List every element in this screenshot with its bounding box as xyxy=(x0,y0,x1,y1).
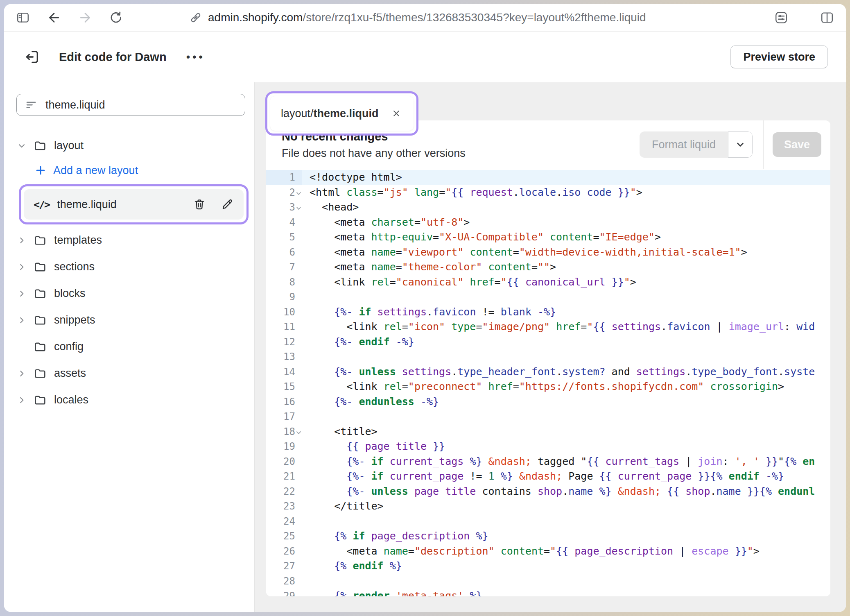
folder-icon xyxy=(34,139,52,152)
forward-icon[interactable] xyxy=(78,10,93,25)
code-line[interactable]: 9 xyxy=(266,290,830,305)
code-line[interactable]: 1 <!doctype html> xyxy=(266,170,830,185)
fold-chevron-icon[interactable] xyxy=(296,190,302,197)
code-line[interactable]: 3 <head> xyxy=(266,200,830,215)
pencil-icon[interactable] xyxy=(221,198,234,211)
folder-label: layout xyxy=(54,139,84,152)
reload-icon[interactable] xyxy=(109,10,124,25)
code-line[interactable]: 29 {% render 'meta-tags' %} xyxy=(266,589,830,596)
save-button[interactable]: Save xyxy=(773,132,821,157)
more-menu-button[interactable]: ••• xyxy=(186,51,205,63)
line-number: 22 xyxy=(283,486,295,497)
tree-folder-config[interactable]: config xyxy=(16,333,249,360)
add-new-layout-link[interactable]: Add a new layout xyxy=(16,159,249,182)
code-line-text: {{ page_title }} xyxy=(302,439,830,454)
line-number: 16 xyxy=(283,396,295,408)
line-number-gutter: 19 xyxy=(266,439,302,454)
code-line[interactable]: 11 <link rel="icon" type="image/png" hre… xyxy=(266,319,830,335)
line-number-gutter: 26 xyxy=(266,544,302,559)
line-number: 28 xyxy=(283,575,295,587)
code-editor[interactable]: 1 <!doctype html> 2 <html class="js" lan… xyxy=(266,169,830,596)
line-number-gutter: 4 xyxy=(266,215,302,230)
code-line[interactable]: 27 {% endif %} xyxy=(266,559,830,574)
line-number: 4 xyxy=(289,217,295,228)
code-line[interactable]: 26 <meta name="description" content="{{ … xyxy=(266,544,830,559)
code-line[interactable]: 17 xyxy=(266,409,830,424)
tab-layout-theme-liquid[interactable]: layout/theme.liquid xyxy=(270,96,414,131)
fold-chevron-icon[interactable] xyxy=(296,205,302,211)
line-number-gutter: 14 xyxy=(266,365,302,380)
fold-chevron-icon[interactable] xyxy=(296,430,302,436)
line-number-gutter: 24 xyxy=(266,514,302,529)
tree-folder-sections[interactable]: sections xyxy=(16,254,249,280)
format-options-button[interactable] xyxy=(728,131,753,158)
tree-folder-locales[interactable]: locales xyxy=(16,387,249,413)
code-line[interactable]: 6 <meta name="viewport" content="width=d… xyxy=(266,245,830,260)
folder-label: assets xyxy=(54,367,86,380)
line-number-gutter: 18 xyxy=(266,424,302,439)
active-tab-highlight-ring: layout/theme.liquid xyxy=(265,91,418,136)
code-line[interactable]: 22 {%- unless page_title contains shop.n… xyxy=(266,484,830,499)
code-line[interactable]: 10 {%- if settings.favicon != blank -%} xyxy=(266,305,830,320)
code-line-text: <link rel="icon" type="image/png" href="… xyxy=(302,319,830,335)
code-file-icon: </> xyxy=(34,199,50,211)
tree-folder-snippets[interactable]: snippets xyxy=(16,307,249,333)
code-line[interactable]: 16 {%- endunless -%} xyxy=(266,394,830,410)
code-line-text: {%- unless page_title contains shop.name… xyxy=(302,484,830,499)
format-liquid-button[interactable]: Format liquid xyxy=(640,131,728,158)
tree-folder-layout[interactable]: layout xyxy=(16,132,249,159)
line-number-gutter: 11 xyxy=(266,319,302,335)
code-line-text: {%- if current_page != 1 %} &ndash; Page… xyxy=(302,469,830,484)
code-line[interactable]: 12 {%- endif -%} xyxy=(266,335,830,350)
code-line[interactable]: 23 </title> xyxy=(266,499,830,514)
code-line[interactable]: 28 xyxy=(266,574,830,589)
code-line-text: <meta name="viewport" content="width=dev… xyxy=(302,245,830,260)
back-icon[interactable] xyxy=(47,10,61,25)
split-view-icon[interactable] xyxy=(820,10,834,25)
line-number: 19 xyxy=(283,441,295,452)
code-line[interactable]: 4 <meta charset="utf-8"> xyxy=(266,215,830,230)
line-number-gutter: 5 xyxy=(266,230,302,245)
line-number: 7 xyxy=(289,261,295,273)
tree-folder-blocks[interactable]: blocks xyxy=(16,280,249,307)
code-line[interactable]: 15 <link rel="preconnect" href="https://… xyxy=(266,379,830,394)
close-icon[interactable] xyxy=(391,108,402,119)
code-line[interactable]: 5 <meta http-equiv="X-UA-Compatible" con… xyxy=(266,230,830,245)
file-sidebar: layout Add a new layout </> theme.liquid xyxy=(4,82,255,612)
folder-icon xyxy=(34,234,52,247)
chevron-right-icon xyxy=(16,315,27,326)
tree-folder-templates[interactable]: templates xyxy=(16,227,249,254)
folder-icon xyxy=(34,260,52,274)
code-line[interactable]: 8 <link rel="canonical" href="{{ canonic… xyxy=(266,275,830,290)
address-bar[interactable]: admin.shopify.com/store/rzq1xu-f5/themes… xyxy=(189,11,766,24)
code-line[interactable]: 7 <meta name="theme-color" content=""> xyxy=(266,260,830,275)
preview-store-button[interactable]: Preview store xyxy=(730,45,828,68)
tune-icon[interactable] xyxy=(774,10,789,25)
code-line-text: {%- if settings.favicon != blank -%} xyxy=(302,305,830,320)
line-number-gutter: 8 xyxy=(266,275,302,290)
code-line[interactable]: 13 xyxy=(266,349,830,365)
line-number: 11 xyxy=(283,321,295,333)
code-line[interactable]: 24 xyxy=(266,514,830,529)
tree-file-theme.liquid[interactable]: </> theme.liquid xyxy=(24,189,244,220)
line-number: 10 xyxy=(283,306,295,318)
code-line[interactable]: 18 <title> xyxy=(266,424,830,439)
chevron-down-icon xyxy=(735,139,746,150)
code-line[interactable]: 14 {%- unless settings.type_header_font.… xyxy=(266,365,830,380)
tree-folder-assets[interactable]: assets xyxy=(16,360,249,387)
exit-editor-button[interactable] xyxy=(24,49,40,65)
code-line[interactable]: 2 <html class="js" lang="{{ request.loca… xyxy=(266,185,830,200)
code-line[interactable]: 19 {{ page_title }} xyxy=(266,439,830,454)
line-number: 2 xyxy=(289,187,295,198)
search-input[interactable] xyxy=(45,98,237,112)
sidebar-toggle-icon[interactable] xyxy=(16,10,30,25)
code-line[interactable]: 25 {% if page_description %} xyxy=(266,529,830,544)
code-line[interactable]: 20 {%- if current_tags %} &ndash; tagged… xyxy=(266,454,830,469)
trash-icon[interactable] xyxy=(193,198,206,211)
line-number: 23 xyxy=(283,500,295,512)
code-line-text: {%- if current_tags %} &ndash; tagged "{… xyxy=(302,454,830,469)
url-text: admin.shopify.com/store/rzq1xu-f5/themes… xyxy=(208,11,646,24)
code-line-text: <link rel="preconnect" href="https://fon… xyxy=(302,379,830,394)
code-line[interactable]: 21 {%- if current_page != 1 %} &ndash; P… xyxy=(266,469,830,484)
file-search-box[interactable] xyxy=(16,94,245,116)
